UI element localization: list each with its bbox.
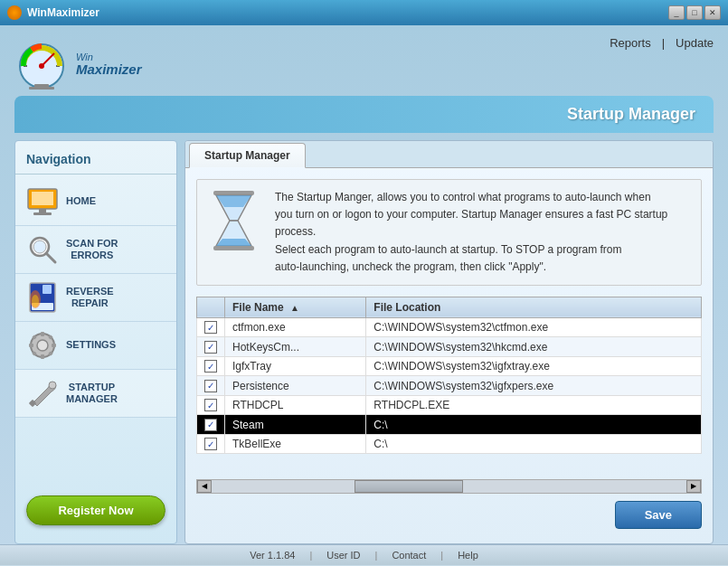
footer-user-id[interactable]: User ID xyxy=(326,550,360,561)
sidebar-item-label-reverse: REVERSE REPAIR xyxy=(66,286,114,309)
row-checkbox[interactable]: ✓ xyxy=(204,380,217,392)
table-row[interactable]: ✓IgfxTrayC:\WINDOWS\system32\igfxtray.ex… xyxy=(197,356,702,376)
scroll-left-button[interactable]: ◀ xyxy=(197,480,212,493)
row-checkbox[interactable]: ✓ xyxy=(204,438,217,450)
svg-rect-25 xyxy=(52,344,56,347)
body-area: Navigation HOME xyxy=(0,133,728,544)
table-header-location[interactable]: File Location xyxy=(366,297,702,317)
row-location: RTHDCPL.EXE xyxy=(366,395,702,415)
table-header-filename[interactable]: File Name ▲ xyxy=(225,297,366,317)
content-body: The Startup Manger, allows you to contro… xyxy=(185,168,713,543)
info-line-5: auto-launching, uncheck the program, the… xyxy=(275,260,546,273)
table-header-checkbox xyxy=(197,297,225,317)
startup-table: File Name ▲ File Location ✓ctfmon.exeC:\… xyxy=(196,297,702,455)
scroll-right-button[interactable]: ▶ xyxy=(686,480,701,493)
svg-rect-7 xyxy=(29,87,54,90)
row-filename: IgfxTray xyxy=(225,356,366,376)
row-checkbox-cell[interactable]: ✓ xyxy=(197,395,225,415)
table-row[interactable]: ✓PersistenceC:\WINDOWS\system32\igfxpers… xyxy=(197,376,702,396)
row-location: C:\WINDOWS\system32\igfxtray.exe xyxy=(366,356,702,376)
register-button[interactable]: Register Now xyxy=(26,495,165,525)
sidebar-item-scan[interactable]: SCAN FOR ERRORS xyxy=(15,226,176,274)
title-bar: WinMaximizer _ □ ✕ xyxy=(0,0,728,25)
sidebar-item-reverse[interactable]: REVERSE REPAIR xyxy=(15,274,176,322)
maximize-button[interactable]: □ xyxy=(686,5,703,20)
search-svg-icon xyxy=(26,233,59,266)
gear-svg-icon xyxy=(26,329,59,362)
svg-point-21 xyxy=(37,340,48,351)
row-checkbox-cell[interactable]: ✓ xyxy=(197,317,225,337)
row-checkbox-cell[interactable]: ✓ xyxy=(197,376,225,396)
row-checkbox[interactable]: ✓ xyxy=(204,419,217,431)
svg-rect-11 xyxy=(33,212,52,215)
footer-help[interactable]: Help xyxy=(458,550,478,561)
app-icon xyxy=(7,5,22,20)
svg-rect-23 xyxy=(41,354,44,359)
sidebar-item-startup[interactable]: STARTUP MANAGER xyxy=(15,370,176,418)
title-bar-left: WinMaximizer xyxy=(7,5,99,20)
row-checkbox[interactable]: ✓ xyxy=(204,321,217,334)
title-bar-controls: _ □ ✕ xyxy=(668,5,721,20)
content-tabs: Startup Manager xyxy=(185,141,713,168)
svg-point-13 xyxy=(33,241,46,253)
table-row[interactable]: ✓TkBellExeC:\ xyxy=(197,434,702,454)
nav-sep-1: | xyxy=(662,36,665,50)
logo-text: Win Maximizer xyxy=(76,52,142,76)
wrench-svg-icon xyxy=(26,377,59,410)
startup-table-wrapper[interactable]: File Name ▲ File Location ✓ctfmon.exeC:\… xyxy=(196,297,702,477)
sidebar-item-label-home: HOME xyxy=(66,195,96,207)
content-area: Startup Manager xyxy=(184,140,714,544)
row-checkbox-cell[interactable]: ✓ xyxy=(197,337,225,357)
footer-sep-3: | xyxy=(440,550,443,561)
svg-rect-16 xyxy=(43,285,52,294)
info-line-3: process. xyxy=(275,225,316,238)
logo-gauge-icon xyxy=(14,37,69,91)
row-filename: TkBellExe xyxy=(225,434,366,454)
row-checkbox[interactable]: ✓ xyxy=(204,341,217,354)
svg-point-19 xyxy=(32,295,39,307)
row-checkbox-cell[interactable]: ✓ xyxy=(197,434,225,454)
footer-contact[interactable]: Contact xyxy=(392,550,426,561)
tab-startup-manager[interactable]: Startup Manager xyxy=(189,143,306,168)
table-row[interactable]: ✓ctfmon.exeC:\WINDOWS\system32\ctfmon.ex… xyxy=(197,317,702,337)
reports-link[interactable]: Reports xyxy=(610,36,651,50)
row-filename: RTHDCPL xyxy=(225,395,366,415)
hourglass-icon xyxy=(206,189,260,252)
top-header: Win Maximizer Reports | Update xyxy=(0,25,728,96)
table-row[interactable]: ✓SteamC:\ xyxy=(197,415,702,435)
horizontal-scrollbar[interactable]: ◀ ▶ xyxy=(196,479,702,494)
table-row[interactable]: ✓RTHDCPLRTHDCPL.EXE xyxy=(197,395,702,415)
svg-rect-9 xyxy=(32,192,53,205)
minimize-button[interactable]: _ xyxy=(668,5,685,20)
info-line-4: Select each program to auto-launch at st… xyxy=(275,243,622,256)
row-location: C:\ xyxy=(366,415,702,435)
save-area: Save xyxy=(196,494,702,533)
nav-title: Navigation xyxy=(15,148,176,175)
row-filename: Steam xyxy=(225,415,366,435)
info-line-1: The Startup Manger, allows you to contro… xyxy=(275,191,651,203)
info-section: The Startup Manger, allows you to contro… xyxy=(196,179,702,286)
svg-rect-24 xyxy=(29,344,33,347)
logo-area: Win Maximizer xyxy=(14,33,177,96)
table-row[interactable]: ✓HotKeysCm...C:\WINDOWS\system32\hkcmd.e… xyxy=(197,337,702,357)
svg-point-30 xyxy=(49,382,56,389)
row-checkbox[interactable]: ✓ xyxy=(204,399,217,411)
top-nav: Reports | Update xyxy=(610,33,714,50)
header-title-box: Startup Manager xyxy=(14,96,714,133)
row-filename: ctfmon.exe xyxy=(225,317,366,337)
row-location: C:\WINDOWS\system32\hkcmd.exe xyxy=(366,337,702,357)
scroll-thumb[interactable] xyxy=(355,480,463,493)
close-button[interactable]: ✕ xyxy=(704,5,721,20)
row-checkbox-cell[interactable]: ✓ xyxy=(197,356,225,376)
scroll-track[interactable] xyxy=(212,480,686,493)
sidebar-item-label-scan: SCAN FOR ERRORS xyxy=(66,238,118,261)
footer: Ver 1.1.84 | User ID | Contact | Help xyxy=(0,544,728,565)
save-button[interactable]: Save xyxy=(615,501,702,529)
update-link[interactable]: Update xyxy=(676,36,714,50)
row-location: C:\WINDOWS\system32\ctfmon.exe xyxy=(366,317,702,337)
row-checkbox-cell[interactable]: ✓ xyxy=(197,415,225,435)
sidebar-item-settings[interactable]: SETTINGS xyxy=(15,322,176,370)
row-checkbox[interactable]: ✓ xyxy=(204,360,217,373)
title-bar-title: WinMaximizer xyxy=(27,6,99,19)
sidebar-item-home[interactable]: HOME xyxy=(15,178,176,226)
